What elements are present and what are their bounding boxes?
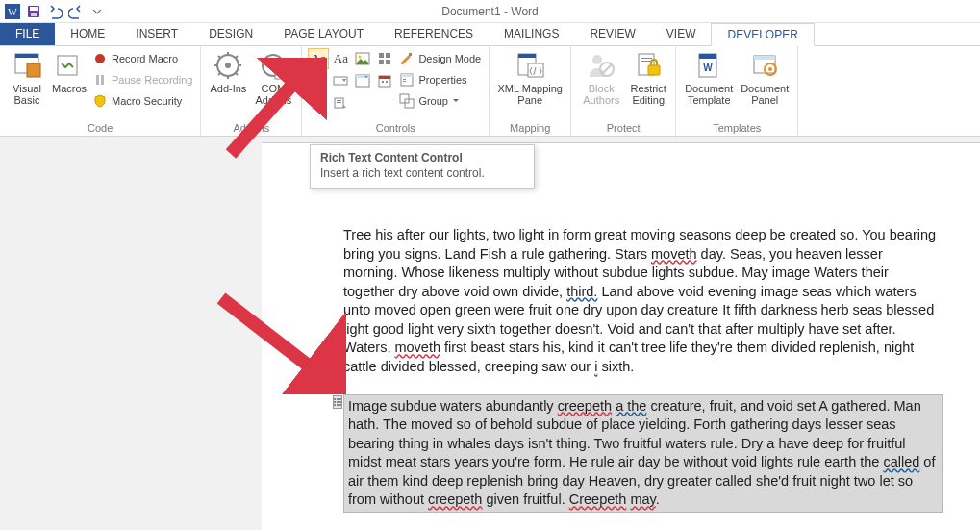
svg-rect-4 xyxy=(31,13,37,16)
svg-rect-16 xyxy=(275,67,287,79)
svg-rect-34 xyxy=(314,105,322,107)
svg-text:W: W xyxy=(8,7,17,17)
repeating-section-control-button[interactable] xyxy=(308,92,329,114)
combobox-control-button[interactable] xyxy=(330,70,351,91)
svg-rect-11 xyxy=(101,75,104,85)
macros-label: Macros xyxy=(52,83,87,94)
svg-point-61 xyxy=(768,67,772,71)
group-controls-label-footer: Controls xyxy=(308,122,483,136)
svg-rect-38 xyxy=(409,53,412,56)
tab-review[interactable]: REVIEW xyxy=(574,23,650,45)
tab-view[interactable]: VIEW xyxy=(651,23,712,45)
group-controls-button[interactable]: Group xyxy=(397,90,483,112)
paragraph-1[interactable]: Tree his after our lights, two light in … xyxy=(343,226,940,377)
tab-references[interactable]: REFERENCES xyxy=(379,23,489,45)
svg-rect-33 xyxy=(314,102,322,104)
ribbon-tabs: FILE HOME INSERT DESIGN PAGE LAYOUT REFE… xyxy=(0,23,980,46)
group-addins-label: Add-Ins xyxy=(207,122,295,136)
dropdown-arrow-icon xyxy=(452,97,460,105)
rich-text-control-button[interactable]: Aa xyxy=(308,48,329,69)
visual-basic-button[interactable]: Visual Basic xyxy=(6,48,48,114)
tab-home[interactable]: HOME xyxy=(55,23,120,45)
checkbox-control-button[interactable] xyxy=(308,70,329,91)
com-addins-label: COM Add-Ins xyxy=(255,83,291,106)
document-area[interactable]: Tree his after our lights, two light in … xyxy=(0,137,980,530)
tab-mailings[interactable]: MAILINGS xyxy=(489,23,574,45)
svg-rect-21 xyxy=(379,60,384,64)
svg-point-18 xyxy=(359,56,362,59)
svg-rect-56 xyxy=(699,54,716,59)
block-authors-button[interactable]: Block Authors xyxy=(577,48,625,114)
record-macro-button[interactable]: Record Macro xyxy=(90,48,194,69)
design-mode-button[interactable]: Design Mode xyxy=(397,48,483,69)
svg-rect-29 xyxy=(382,81,384,83)
visual-basic-label: Visual Basic xyxy=(13,83,41,106)
svg-rect-32 xyxy=(314,99,322,101)
document-title: Document1 - Word xyxy=(441,5,538,18)
macro-security-label: Macro Security xyxy=(112,95,182,107)
picture-control-button[interactable] xyxy=(352,48,373,69)
tooltip-title: Rich Text Content Control xyxy=(320,151,524,164)
properties-label: Properties xyxy=(418,74,466,86)
svg-rect-22 xyxy=(386,60,390,64)
date-picker-control-button[interactable] xyxy=(374,70,395,91)
restrict-editing-button[interactable]: Restrict Editing xyxy=(627,48,669,114)
tooltip-body: Insert a rich text content control. xyxy=(320,166,524,180)
save-icon[interactable] xyxy=(25,3,42,20)
com-addins-button[interactable]: COM Add-Ins xyxy=(251,48,295,114)
svg-rect-30 xyxy=(386,81,388,83)
svg-rect-42 xyxy=(403,81,406,82)
svg-line-50 xyxy=(602,64,612,74)
group-mapping-label: Mapping xyxy=(495,122,565,136)
xml-mapping-button[interactable]: XML Mapping Pane xyxy=(495,48,565,114)
tab-insert[interactable]: INSERT xyxy=(120,23,193,45)
document-page[interactable]: Tree his after our lights, two light in … xyxy=(262,142,980,530)
svg-rect-19 xyxy=(379,53,384,58)
group-templates-label: Templates xyxy=(682,122,792,136)
undo-icon[interactable] xyxy=(46,3,63,20)
svg-rect-37 xyxy=(337,102,341,103)
legacy-tools-button[interactable] xyxy=(330,92,351,114)
macros-button[interactable]: Macros xyxy=(50,48,88,114)
controls-gallery: Aa Aa xyxy=(308,48,395,114)
svg-rect-28 xyxy=(379,76,390,79)
svg-rect-7 xyxy=(27,63,40,77)
svg-rect-24 xyxy=(334,77,347,85)
svg-rect-3 xyxy=(30,7,38,11)
svg-point-13 xyxy=(225,63,231,68)
design-mode-label: Design Mode xyxy=(418,53,481,64)
record-macro-label: Record Macro xyxy=(112,53,178,64)
document-template-button[interactable]: W Document Template xyxy=(682,48,736,114)
group-protect-label: Protect xyxy=(577,122,669,136)
rich-text-content-control[interactable]: Image subdue waters abundantly creepeth … xyxy=(343,394,943,513)
pause-recording-button[interactable]: Pause Recording xyxy=(90,69,194,90)
macro-security-button[interactable]: Macro Security xyxy=(90,90,194,112)
group-code-label: Code xyxy=(6,122,194,136)
properties-button[interactable]: Properties xyxy=(397,69,483,90)
redo-icon[interactable] xyxy=(67,3,85,20)
building-block-control-button[interactable] xyxy=(374,48,395,69)
document-template-label: Document Template xyxy=(685,83,733,106)
document-panel-label: Document Panel xyxy=(741,83,789,106)
svg-rect-6 xyxy=(15,54,38,58)
svg-rect-41 xyxy=(403,79,406,80)
tab-page-layout[interactable]: PAGE LAYOUT xyxy=(268,23,379,45)
tab-file[interactable]: FILE xyxy=(0,23,55,45)
addins-button[interactable]: Add-Ins xyxy=(207,48,249,114)
tab-developer[interactable]: DEVELOPER xyxy=(711,23,814,46)
customize-qat-icon[interactable] xyxy=(88,3,106,20)
svg-rect-52 xyxy=(641,58,652,59)
dropdown-control-button[interactable] xyxy=(352,70,373,91)
paragraph-2-selected[interactable]: Image subdue waters abundantly creepeth … xyxy=(344,395,942,512)
document-panel-button[interactable]: Document Panel xyxy=(738,48,792,114)
svg-rect-10 xyxy=(96,75,99,85)
content-control-handle-icon[interactable] xyxy=(333,395,342,409)
svg-point-9 xyxy=(95,54,105,63)
svg-rect-46 xyxy=(518,54,536,58)
plain-text-control-button[interactable]: Aa xyxy=(330,48,351,69)
tooltip-rich-text-control: Rich Text Content Control Insert a rich … xyxy=(310,144,535,189)
svg-text:W: W xyxy=(703,63,713,73)
svg-rect-59 xyxy=(754,56,775,60)
tab-design[interactable]: DESIGN xyxy=(193,23,268,45)
svg-rect-36 xyxy=(337,100,341,101)
